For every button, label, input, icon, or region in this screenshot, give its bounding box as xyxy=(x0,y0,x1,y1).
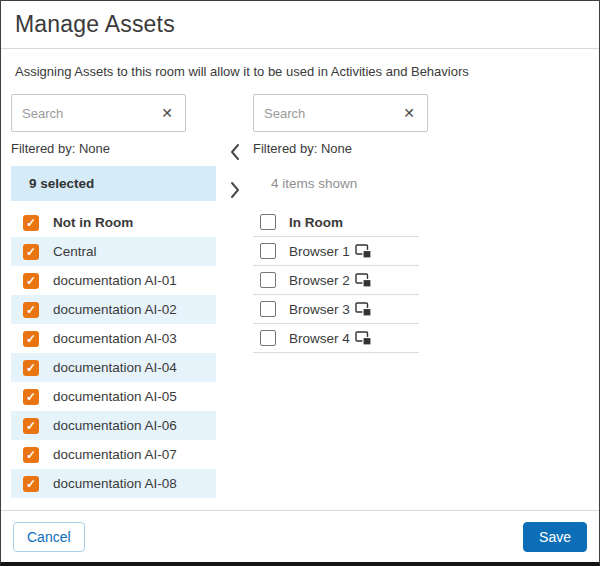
right-search-box: ✕ xyxy=(253,94,428,132)
in-room-header-row[interactable]: In Room xyxy=(253,208,419,237)
not-in-room-header-row[interactable]: Not in Room xyxy=(11,208,216,237)
asset-label: Central xyxy=(53,244,97,259)
browser-asset-icon xyxy=(355,244,372,259)
asset-row[interactable]: documentation AI-01 xyxy=(11,266,216,295)
items-shown-count: 4 items shown xyxy=(253,166,429,201)
right-search-input[interactable] xyxy=(264,106,401,121)
checkbox-checked-icon[interactable] xyxy=(23,389,39,405)
checkbox-unchecked-icon[interactable] xyxy=(260,330,276,346)
save-button[interactable]: Save xyxy=(523,522,587,552)
cancel-button[interactable]: Cancel xyxy=(13,522,85,552)
asset-row[interactable]: Central xyxy=(11,237,216,266)
asset-row[interactable]: Browser 1 xyxy=(253,237,419,266)
asset-label: Browser 1 xyxy=(289,244,350,259)
move-to-in-room-button[interactable] xyxy=(226,178,244,202)
checkbox-checked-icon[interactable] xyxy=(23,418,39,434)
asset-label: Browser 4 xyxy=(289,331,350,346)
chevron-right-icon xyxy=(228,188,242,203)
not-in-room-list: 9 selected Not in Room Central documenta… xyxy=(11,166,216,498)
left-search-box: ✕ xyxy=(11,94,186,132)
asset-label: documentation AI-05 xyxy=(53,389,177,404)
left-search-input[interactable] xyxy=(22,106,159,121)
asset-label: documentation AI-01 xyxy=(53,273,177,288)
asset-label: documentation AI-06 xyxy=(53,418,177,433)
asset-label: Browser 2 xyxy=(289,273,350,288)
page-title: Manage Assets xyxy=(1,1,599,48)
asset-row[interactable]: documentation AI-03 xyxy=(11,324,216,353)
asset-label: documentation AI-08 xyxy=(53,476,177,491)
browser-asset-icon xyxy=(355,273,372,288)
list-header-label: In Room xyxy=(289,215,343,230)
checkbox-checked-icon[interactable] xyxy=(23,273,39,289)
checkbox-checked-icon[interactable] xyxy=(23,302,39,318)
browser-asset-icon xyxy=(355,331,372,346)
dialog-footer: Cancel Save xyxy=(1,510,599,562)
asset-label: documentation AI-03 xyxy=(53,331,177,346)
asset-row[interactable]: documentation AI-06 xyxy=(11,411,216,440)
asset-row[interactable]: documentation AI-02 xyxy=(11,295,216,324)
chevron-left-icon xyxy=(228,150,242,165)
asset-label: documentation AI-04 xyxy=(53,360,177,375)
manage-assets-dialog: Manage Assets Assigning Assets to this r… xyxy=(1,1,599,498)
dialog-description: Assigning Assets to this room will allow… xyxy=(1,49,599,92)
asset-row[interactable]: documentation AI-04 xyxy=(11,353,216,382)
transfer-arrows xyxy=(216,140,253,202)
asset-row[interactable]: documentation AI-05 xyxy=(11,382,216,411)
in-room-list: 4 items shown In Room Browser 1 Browser … xyxy=(253,166,429,353)
in-room-panel: ✕ Filtered by: None 4 items shown In Roo… xyxy=(253,94,429,353)
list-header-label: Not in Room xyxy=(53,215,133,230)
left-filtered-by: Filtered by: None xyxy=(11,141,216,156)
asset-label: documentation AI-02 xyxy=(53,302,177,317)
asset-row[interactable]: documentation AI-07 xyxy=(11,440,216,469)
checkbox-unchecked-icon[interactable] xyxy=(260,301,276,317)
checkbox-checked-icon[interactable] xyxy=(23,215,39,231)
not-in-room-panel: ✕ Filtered by: None 9 selected Not in Ro… xyxy=(11,94,216,498)
right-filtered-by: Filtered by: None xyxy=(253,141,429,156)
asset-label: documentation AI-07 xyxy=(53,447,177,462)
left-search-clear-icon[interactable]: ✕ xyxy=(159,105,175,121)
asset-row[interactable]: documentation AI-08 xyxy=(11,469,216,498)
asset-label: Browser 3 xyxy=(289,302,350,317)
transfer-panels: ✕ Filtered by: None 9 selected Not in Ro… xyxy=(1,92,599,498)
checkbox-unchecked-icon[interactable] xyxy=(260,214,276,230)
asset-row[interactable]: Browser 3 xyxy=(253,295,419,324)
checkbox-unchecked-icon[interactable] xyxy=(260,243,276,259)
checkbox-unchecked-icon[interactable] xyxy=(260,272,276,288)
right-search-clear-icon[interactable]: ✕ xyxy=(401,105,417,121)
asset-row[interactable]: Browser 4 xyxy=(253,324,419,353)
asset-row[interactable]: Browser 2 xyxy=(253,266,419,295)
checkbox-checked-icon[interactable] xyxy=(23,476,39,492)
move-to-not-in-room-button[interactable] xyxy=(226,140,244,164)
checkbox-checked-icon[interactable] xyxy=(23,244,39,260)
browser-asset-icon xyxy=(355,302,372,317)
checkbox-checked-icon[interactable] xyxy=(23,331,39,347)
checkbox-checked-icon[interactable] xyxy=(23,360,39,376)
selected-count-banner: 9 selected xyxy=(11,166,216,201)
checkbox-checked-icon[interactable] xyxy=(23,447,39,463)
